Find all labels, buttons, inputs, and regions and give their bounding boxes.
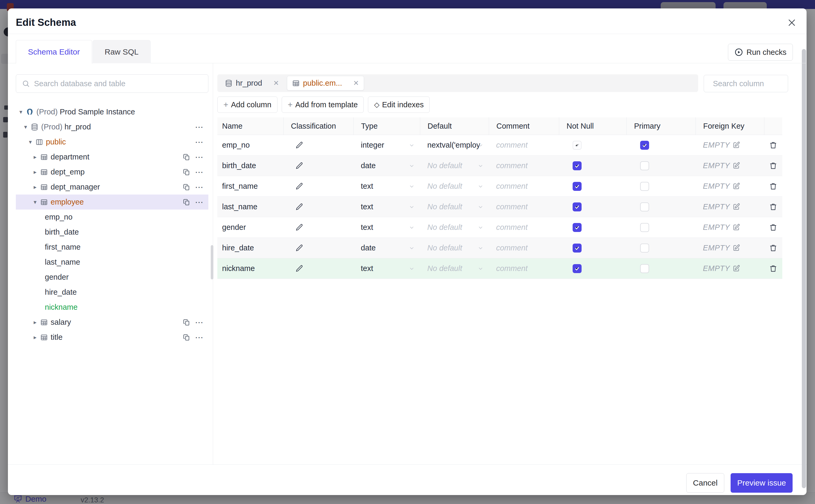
edit-indexes-button[interactable]: ◇ Edit indexes [368,96,430,113]
type-select[interactable]: text [353,176,420,196]
type-select[interactable]: integer [353,135,420,155]
caret-down-icon[interactable]: ▾ [18,109,24,115]
tree-item-dept_emp[interactable]: ▸dept_emp⋯ [16,164,208,180]
not-null-checkbox[interactable] [573,202,582,211]
default-select[interactable]: nextval('employ [420,135,489,155]
trash-icon[interactable] [769,182,777,190]
not-null-checkbox[interactable] [573,161,582,170]
default-select[interactable]: No default [420,197,489,217]
caret-down-icon[interactable]: ▾ [27,139,33,146]
close-button[interactable] [785,16,798,29]
not-null-checkbox[interactable] [573,264,582,273]
primary-checkbox[interactable] [640,161,649,170]
primary-checkbox[interactable] [640,264,649,273]
tree-item-dept_manager[interactable]: ▸dept_manager⋯ [16,180,208,195]
not-null-checkbox[interactable] [573,182,582,191]
copy-icon[interactable] [183,183,190,191]
caret-right-icon[interactable]: ▸ [32,184,38,191]
comment-input[interactable]: comment [489,217,559,238]
pencil-icon[interactable] [295,162,303,170]
type-select[interactable]: text [353,217,420,238]
foreign-key-button[interactable]: EMPTY [696,135,764,155]
primary-checkbox[interactable] [640,202,649,211]
tree-item-first_name[interactable]: first_name [16,240,208,255]
default-select[interactable]: No default [420,258,489,279]
copy-icon[interactable] [183,198,190,206]
tree-item-salary[interactable]: ▸salary⋯ [16,315,208,330]
copy-icon[interactable] [183,168,190,176]
type-select[interactable]: date [353,156,420,176]
comment-input[interactable]: comment [489,197,559,217]
cancel-button[interactable]: Cancel [686,473,724,493]
tree-item-last_name[interactable]: last_name [16,255,208,270]
pencil-icon[interactable] [295,182,303,190]
not-null-checkbox[interactable] [573,223,582,232]
default-select[interactable]: No default [420,217,489,238]
column-name[interactable]: first_name [217,176,283,196]
type-select[interactable]: text [353,258,420,279]
caret-down-icon[interactable]: ▾ [32,199,38,206]
copy-icon[interactable] [183,319,190,326]
more-menu-icon[interactable]: ⋯ [195,138,204,146]
pencil-icon[interactable] [295,265,303,273]
tab-raw-sql[interactable]: Raw SQL [93,40,151,63]
more-menu-icon[interactable]: ⋯ [195,123,204,131]
column-name[interactable]: last_name [217,197,283,217]
tree-item-emp_no[interactable]: emp_no [16,210,208,225]
not-null-checkbox[interactable] [573,244,582,253]
foreign-key-button[interactable]: EMPTY [696,176,764,196]
primary-checkbox[interactable] [640,141,649,150]
not-null-checkbox[interactable] [573,141,582,150]
comment-input[interactable]: comment [489,258,559,279]
foreign-key-button[interactable]: EMPTY [696,217,764,238]
column-search-input[interactable] [712,79,807,88]
column-name[interactable]: nickname [217,258,283,279]
more-menu-icon[interactable]: ⋯ [195,153,204,161]
run-checks-button[interactable]: Run checks [728,44,793,61]
tree-item-nickname[interactable]: nickname [16,300,208,315]
tree-item-public[interactable]: ▾public⋯ [16,134,208,149]
tree-item-title[interactable]: ▸title⋯ [16,330,208,345]
more-menu-icon[interactable]: ⋯ [195,198,204,206]
tree-item-gender[interactable]: gender [16,270,208,285]
trash-icon[interactable] [769,223,777,231]
type-select[interactable]: date [353,238,420,258]
default-select[interactable]: No default [420,176,489,196]
trash-icon[interactable] [769,162,777,170]
caret-right-icon[interactable]: ▸ [32,334,38,341]
comment-input[interactable]: comment [489,135,559,155]
preview-issue-button[interactable]: Preview issue [731,473,793,493]
caret-right-icon[interactable]: ▸ [32,169,38,176]
comment-input[interactable]: comment [489,238,559,258]
add-column-button[interactable]: + Add column [217,96,277,113]
column-name[interactable]: emp_no [217,135,283,155]
column-name[interactable]: birth_date [217,156,283,176]
pencil-icon[interactable] [295,141,303,149]
tab-schema-editor[interactable]: Schema Editor [16,40,92,64]
foreign-key-button[interactable]: EMPTY [696,238,764,258]
tree-item-hire_date[interactable]: hire_date [16,285,208,300]
caret-right-icon[interactable]: ▸ [32,154,38,161]
foreign-key-button[interactable]: EMPTY [696,258,764,279]
add-from-template-button[interactable]: + Add from template [282,96,364,113]
tab-chip-public-employee[interactable]: public.em... ✕ [287,76,364,90]
trash-icon[interactable] [769,141,777,149]
copy-icon[interactable] [183,153,190,161]
pencil-icon[interactable] [295,244,303,252]
trash-icon[interactable] [769,203,777,211]
column-name[interactable]: gender [217,217,283,238]
tree-search-input[interactable] [33,79,208,88]
pencil-icon[interactable] [295,203,303,211]
more-menu-icon[interactable]: ⋯ [195,168,204,176]
caret-right-icon[interactable]: ▸ [32,319,38,326]
more-menu-icon[interactable]: ⋯ [195,333,204,342]
copy-icon[interactable] [183,334,190,341]
type-select[interactable]: text [353,197,420,217]
tree-item-birth_date[interactable]: birth_date [16,225,208,240]
pencil-icon[interactable] [295,224,303,231]
trash-icon[interactable] [769,264,777,273]
more-menu-icon[interactable]: ⋯ [195,318,204,327]
caret-down-icon[interactable]: ▾ [23,124,28,130]
foreign-key-button[interactable]: EMPTY [696,156,764,176]
tab-chip-hr-prod[interactable]: hr_prod ✕ [220,76,284,90]
